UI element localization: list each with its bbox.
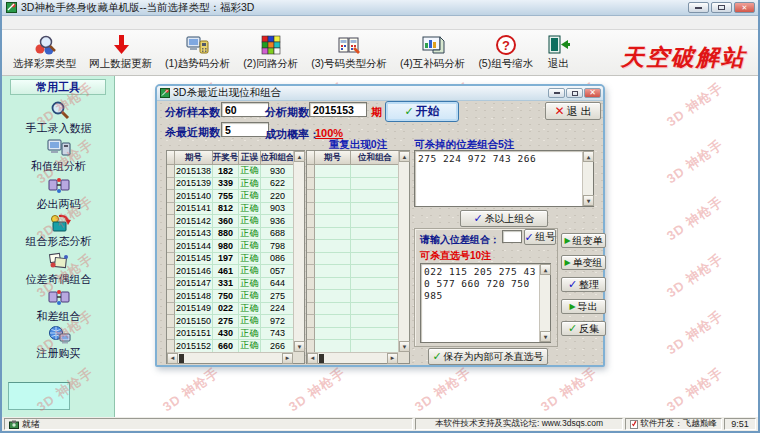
toolbar-select-lottery-type[interactable]: 选择彩票类型 <box>10 32 79 72</box>
vertical-scrollbar[interactable]: ▲ ▼ <box>582 151 593 206</box>
vertical-scrollbar[interactable]: ▲ ▼ <box>293 151 304 352</box>
sidebar-item-must-two-codes[interactable]: 必出两码 <box>2 176 115 213</box>
scroll-up-icon[interactable]: ▲ <box>583 151 594 162</box>
group-to-single-button[interactable]: ▶ 组变单 <box>561 233 606 248</box>
export-button[interactable]: ▶ 导出 <box>561 299 606 314</box>
sample-count-input[interactable] <box>221 102 269 117</box>
table-row[interactable]: 2015149 022 正确 224 <box>167 303 293 316</box>
table-row[interactable] <box>307 278 398 291</box>
check-icon: ✓ <box>524 232 533 243</box>
sidebar-item-position-parity-combo[interactable]: 位差奇偶组合 <box>2 251 115 288</box>
table-row[interactable]: 2015140 755 正确 220 <box>167 190 293 203</box>
scroll-left-icon[interactable]: ◄ <box>167 353 178 364</box>
single-to-group-button[interactable]: ▶ 单变组 <box>561 255 606 270</box>
toolbar-exit[interactable]: 退出 <box>543 32 573 72</box>
scroll-right-icon[interactable]: ► <box>387 353 398 364</box>
table-row[interactable]: 2015151 430 正确 743 <box>167 328 293 341</box>
maximize-button[interactable] <box>711 2 732 13</box>
tidy-button[interactable]: ✓ 整理 <box>561 277 606 292</box>
vertical-scrollbar[interactable]: ▲ ▼ <box>398 151 409 352</box>
killable-combos-textarea[interactable]: 275 224 972 743 266 ▲ ▼ <box>414 150 594 207</box>
check-icon: ✓ <box>473 213 482 224</box>
number-type-icon <box>337 33 361 56</box>
scroll-left-icon[interactable]: ◄ <box>307 353 318 364</box>
table-row[interactable] <box>307 165 398 178</box>
input-combo-label: 请输入位差组合： <box>420 233 500 247</box>
toolbar-same-route-analysis[interactable]: (2)同路分析 <box>240 32 301 72</box>
sidebar: 常用工具 手工录入数据 和值组分析 必出两码 组合形态分析 位差奇偶组合 <box>2 76 115 417</box>
toolbar-number-type-analysis[interactable]: (3)号码类型分析 <box>308 32 390 72</box>
sidebar-item-sum-diff-combo[interactable]: 和差组合 <box>2 288 115 325</box>
save-internal-button[interactable]: ✓ 保存为内部可杀直选号 <box>428 348 548 365</box>
kill-above-combos-button[interactable]: ✓ 杀以上组合 <box>460 210 548 227</box>
kill-recent-input[interactable] <box>221 122 269 137</box>
table-row[interactable]: 2015147 331 正确 644 <box>167 278 293 291</box>
dialog-close-button[interactable]: ✕ <box>584 88 601 98</box>
table-row[interactable] <box>307 265 398 278</box>
table-row[interactable]: 2015152 660 正确 266 <box>167 340 293 352</box>
scroll-up-icon[interactable]: ▲ <box>399 151 410 162</box>
table-row[interactable] <box>307 203 398 216</box>
dialog-minimize-button[interactable] <box>548 88 565 98</box>
dialog-maximize-button[interactable] <box>566 88 583 98</box>
table-row[interactable] <box>307 215 398 228</box>
table-row[interactable] <box>307 340 398 352</box>
toolbar-trend-code-analysis[interactable]: (1)趋势码分析 <box>162 32 233 72</box>
sidebar-item-sum-group-analysis[interactable]: 和值组分析 <box>2 138 115 175</box>
scroll-down-icon[interactable]: ▼ <box>583 195 594 206</box>
table-row[interactable] <box>307 178 398 191</box>
scrollbar-thumb[interactable] <box>179 354 184 363</box>
table-row[interactable] <box>307 253 398 266</box>
scroll-up-icon[interactable]: ▲ <box>294 151 305 162</box>
table-row[interactable]: 2015145 197 正确 086 <box>167 253 293 266</box>
network-icon <box>47 288 71 308</box>
sidebar-item-combo-shape-analysis[interactable]: 组合形态分析 <box>2 213 115 250</box>
scroll-right-icon[interactable]: ► <box>282 353 293 364</box>
minimize-button[interactable] <box>688 2 709 13</box>
analysis-period-input[interactable] <box>309 102 367 117</box>
table-row[interactable]: 2015138 182 正确 930 <box>167 165 293 178</box>
start-button[interactable]: ✓ 开始 <box>385 101 459 122</box>
killable-directs-textarea[interactable]: 022 115 205 275 430 577 660 720 750 985 … <box>420 263 551 343</box>
vertical-scrollbar[interactable]: ▲ ▼ <box>539 264 550 342</box>
table-row[interactable]: 2015144 980 正确 798 <box>167 240 293 253</box>
scroll-up-icon[interactable]: ▲ <box>540 264 551 275</box>
toolbar-online-update[interactable]: 网上数据更新 <box>86 32 155 72</box>
table-row[interactable]: 2015150 275 正确 972 <box>167 315 293 328</box>
toolbar-complement-code-analysis[interactable]: (4)互补码分析 <box>397 32 468 72</box>
table-row[interactable] <box>307 228 398 241</box>
table-row[interactable]: 2015142 360 正确 936 <box>167 215 293 228</box>
table-row[interactable]: 2015146 461 正确 057 <box>167 265 293 278</box>
table-row[interactable] <box>307 315 398 328</box>
table-row[interactable] <box>307 290 398 303</box>
sidebar-bottom-panel[interactable] <box>8 382 70 410</box>
horizontal-scrollbar[interactable]: ◄ ► <box>167 352 293 363</box>
horizontal-scrollbar[interactable]: ◄ ► <box>307 352 398 363</box>
combo-input[interactable] <box>502 230 522 243</box>
scroll-down-icon[interactable]: ▼ <box>399 341 410 352</box>
table-row[interactable]: 2015141 812 正确 903 <box>167 203 293 216</box>
sidebar-item-register-purchase[interactable]: 注册购买 <box>2 325 115 362</box>
toolbar-group-shrink[interactable]: ? (5)组号缩水 <box>475 32 536 72</box>
window-title: 3D神枪手终身收藏单机版--当前选择类型：福彩3D <box>21 1 254 15</box>
sidebar-item-manual-entry[interactable]: 手工录入数据 <box>2 100 115 137</box>
repeat-combos-table: 期号 位和组合 <box>306 150 410 364</box>
make-group-button[interactable]: ✓ 组号 <box>524 229 556 245</box>
table-row[interactable] <box>307 190 398 203</box>
table-row[interactable] <box>307 303 398 316</box>
scroll-down-icon[interactable]: ▼ <box>294 341 305 352</box>
exit-dialog-button[interactable]: ✕ 退 出 <box>545 102 601 120</box>
app-icon <box>6 2 17 13</box>
close-button[interactable]: ✕ <box>734 2 755 13</box>
toolbar: 选择彩票类型 网上数据更新 (1)趋势码分析 (2)同路分析 (3)号码类型分析 <box>2 30 758 76</box>
table-row[interactable] <box>307 240 398 253</box>
table-row[interactable]: 2015148 750 正确 275 <box>167 290 293 303</box>
scrollbar-thumb[interactable] <box>319 354 324 363</box>
invert-set-button[interactable]: ✓ 反集 <box>561 321 606 336</box>
table-header-row: 期号 位和组合 <box>307 151 409 165</box>
status-support-link[interactable]: 本软件技术支持及实战论坛: www.3dsqs.com <box>415 418 623 430</box>
scroll-down-icon[interactable]: ▼ <box>540 331 551 342</box>
table-row[interactable]: 2015143 880 正确 688 <box>167 228 293 241</box>
table-row[interactable] <box>307 328 398 341</box>
table-row[interactable]: 2015139 339 正确 622 <box>167 178 293 191</box>
